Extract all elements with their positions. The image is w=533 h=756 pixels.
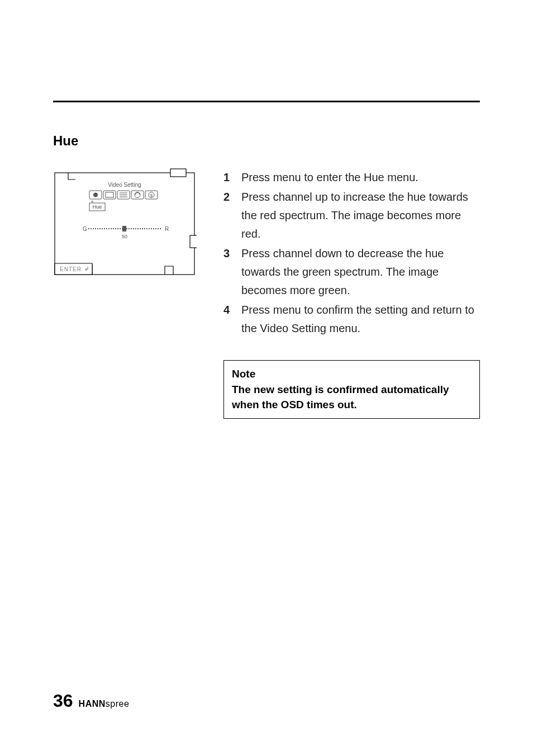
svg-rect-20 [122,226,126,231]
diagram-title: Video Setting [108,182,141,188]
slider-value: 50 [122,234,127,239]
slider-right-label: R [165,226,169,232]
svg-rect-6 [103,191,116,199]
instruction-steps: Press menu to enter the Hue menu. Press … [223,168,480,338]
note-heading: Note [232,366,472,382]
page-footer: 36 HANNspree [53,691,129,711]
section-title: Hue [53,133,480,149]
svg-rect-2 [190,235,197,248]
svg-rect-7 [106,192,113,197]
page-number: 36 [53,691,73,711]
svg-text:$: $ [150,193,153,197]
svg-rect-0 [55,173,194,275]
step-item: Press menu to confirm the setting and re… [223,301,480,338]
horizontal-rule [53,101,480,102]
slider-left-label: G [83,226,87,232]
brand-logo: HANNspree [79,699,130,709]
enter-label: ENTER [60,266,82,272]
step-item: Press menu to enter the Hue menu. [223,168,480,187]
diagram-label: Hue [93,204,102,210]
hue-diagram: Video Setting $ [53,168,197,277]
note-box: Note The new setting is confirmed automa… [223,360,480,419]
note-body: The new setting is confirmed automatical… [232,382,472,413]
svg-point-5 [93,193,98,197]
step-item: Press channel down to decrease the hue t… [223,244,480,300]
svg-rect-1 [170,169,186,177]
step-item: Press channel up to increase the hue tow… [223,188,480,243]
